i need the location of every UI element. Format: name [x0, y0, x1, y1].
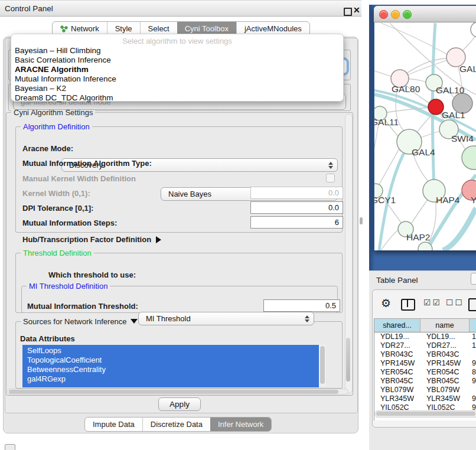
node-label: SWI4 — [451, 133, 474, 144]
table-cell[interactable]: YER054C — [374, 368, 420, 377]
table-cell[interactable] — [470, 350, 476, 359]
select-all-checkboxes-icon[interactable]: ☑☑ — [423, 298, 442, 307]
close-icon[interactable]: ✕ — [353, 5, 360, 15]
algorithm-option[interactable]: Dream8 DC_TDC Algorithm — [11, 93, 343, 103]
node-label: GAL10 — [436, 85, 465, 95]
table-cell[interactable]: 12 — [470, 341, 476, 350]
data-attribute-option[interactable]: gal4RGexp — [22, 374, 319, 384]
settings-scroll-thumb[interactable] — [346, 338, 350, 381]
table-cell[interactable]: YLR345W — [420, 394, 470, 403]
network-icon — [60, 25, 68, 32]
table-column-header[interactable]: name — [420, 319, 470, 332]
table-cell[interactable]: 9. — [470, 394, 476, 403]
table-cell[interactable]: YBL079W — [374, 386, 420, 394]
algorithm-option[interactable]: ARACNE Algorithm — [11, 65, 343, 74]
tab-discretize-data[interactable]: Discretize Data — [142, 418, 210, 431]
node-label: GAL11 — [374, 117, 399, 127]
table-cell[interactable]: 9. — [470, 359, 476, 368]
network-canvas[interactable]: GALGAL80GAL10GAL1SWI4GAL11GAL4GCY1HAP4YH… — [374, 22, 476, 250]
table-cell[interactable]: YBR045C — [420, 377, 470, 386]
manual-kernel-checkbox[interactable] — [326, 174, 335, 182]
data-attributes-list[interactable]: SelfLoopsTopologicalCoefficientBetweenne… — [22, 345, 319, 387]
sources-group-title[interactable]: Sources for Network Inference — [21, 317, 140, 326]
table-cell[interactable]: YDR27... — [374, 341, 420, 350]
algorithm-option[interactable]: Mutual Information Inference — [11, 74, 343, 84]
hscroll-thumb[interactable] — [9, 390, 338, 394]
algorithm-option[interactable]: Bayesian – Hill Climbing — [11, 46, 343, 56]
table-row[interactable]: YDL19...YDL19...13 — [374, 332, 476, 341]
network-edge — [374, 71, 392, 77]
data-attribute-option[interactable]: BetweennessCentrality — [22, 365, 319, 374]
table-row[interactable]: YBR045CYBR045C9. — [374, 377, 476, 386]
which-threshold-label: Which threshold to use: — [48, 270, 136, 279]
mi-threshold-input[interactable]: 0.5 — [263, 299, 340, 312]
apply-button[interactable]: Apply — [158, 397, 201, 411]
gear-icon[interactable]: ⚙ — [381, 298, 391, 309]
control-panel-title: Control Panel — [0, 4, 53, 13]
table-row[interactable]: YDR27...YDR27...12 — [374, 341, 476, 350]
column-visibility-icon[interactable] — [401, 299, 415, 311]
table-row[interactable]: YBL079WYBL079W — [374, 386, 476, 394]
table-cell[interactable]: YPR145W — [374, 359, 420, 368]
table-export-icon[interactable] — [468, 298, 476, 311]
table-cell[interactable]: 8. — [470, 368, 476, 377]
deselect-all-checkboxes-icon[interactable]: ☐☐ — [446, 298, 464, 307]
network-window-titlebar[interactable] — [374, 6, 476, 22]
table-row[interactable]: YER054CYER054C8. — [374, 368, 476, 377]
mac-zoom-button[interactable] — [403, 10, 412, 19]
which-threshold-combobox[interactable]: MI Threshold — [138, 312, 314, 325]
table-row[interactable]: YPR145WYPR145W9. — [374, 359, 476, 368]
algorithm-option[interactable]: Bayesian – K2 — [11, 84, 343, 93]
table-header-row: shared...nameA — [374, 319, 476, 332]
tab-impute-data[interactable]: Impute Data — [85, 418, 142, 431]
node-label: GAL1 — [442, 110, 465, 120]
mac-close-button[interactable] — [379, 10, 388, 19]
table-cell[interactable]: YBR043C — [374, 350, 420, 359]
float-window-icon[interactable] — [344, 8, 352, 16]
table-cell[interactable]: YDR27... — [420, 341, 470, 350]
attributes-scrollbar[interactable] — [319, 345, 326, 386]
table-cell[interactable]: YBR045C — [374, 377, 420, 386]
hub-definition-expander[interactable]: Hub/Transcription Factor Definition — [22, 234, 161, 244]
table-cell[interactable]: YBR043C — [420, 350, 470, 359]
bottom-left-partial-icon[interactable] — [5, 444, 15, 450]
collapse-arrow-icon — [131, 319, 138, 324]
table-cell[interactable]: 9. — [470, 377, 476, 386]
network-node[interactable] — [462, 146, 476, 169]
tab-infer-network[interactable]: Infer Network — [210, 418, 271, 431]
popup-placeholder: Select algorithm to view settings — [11, 36, 343, 46]
table-cell[interactable] — [470, 386, 476, 394]
table-row[interactable]: YBR043CYBR043C — [374, 350, 476, 359]
table-cell[interactable]: YPR145W — [420, 359, 470, 368]
mac-minimize-button[interactable] — [391, 10, 400, 19]
algorithm-option[interactable]: Basic Correlation Inference — [11, 56, 343, 65]
algorithm-definition-title: Algorithm Definition — [21, 122, 92, 131]
settings-vertical-scrollbar[interactable] — [345, 114, 353, 393]
table-column-header[interactable]: A — [470, 319, 476, 332]
node-label: HAP4 — [436, 195, 460, 205]
table-cell[interactable]: YDL19... — [420, 332, 470, 341]
table-cell[interactable]: YBL079W — [420, 386, 470, 394]
combo-stepper-icon — [305, 315, 309, 322]
table-body: YDL19...YDL19...13YDR27...YDR27...12YBR0… — [374, 332, 476, 412]
table-hscroll-thumb[interactable] — [376, 412, 475, 416]
network-node[interactable] — [471, 22, 476, 37]
data-attribute-option[interactable]: TopologicalCoefficient — [22, 356, 319, 365]
table-cell[interactable]: YDL19... — [374, 332, 420, 341]
table-cell[interactable]: YLR345W — [374, 394, 420, 403]
mi-steps-input[interactable]: 6 — [250, 216, 343, 229]
table-column-header[interactable]: shared... — [374, 319, 420, 332]
panel-splitter-handle[interactable] — [360, 217, 363, 224]
attributes-scroll-thumb[interactable] — [320, 346, 325, 384]
table-horizontal-scrollbar[interactable] — [374, 410, 476, 418]
table-row[interactable]: YLR345WYLR345W9. — [374, 394, 476, 403]
aracne-mode-label: Aracne Mode: — [22, 144, 73, 153]
table-cell[interactable]: 13 — [470, 332, 476, 341]
kernel-width-input[interactable]: 0.0 — [250, 187, 343, 199]
table-panel-title: Table Panel — [369, 276, 418, 285]
table-cell[interactable]: YER054C — [420, 368, 470, 377]
data-attribute-option[interactable]: SelfLoops — [22, 346, 319, 356]
settings-horizontal-scrollbar[interactable] — [7, 389, 348, 395]
network-edge — [381, 23, 447, 54]
dpi-tolerance-input[interactable]: 0.0 — [250, 201, 343, 214]
